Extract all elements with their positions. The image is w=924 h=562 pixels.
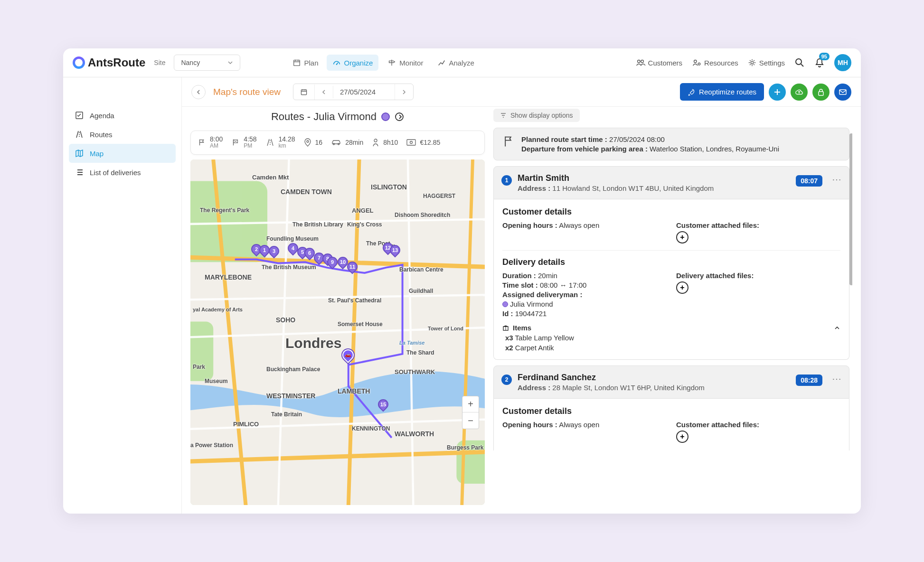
zoom-control: + − — [462, 396, 479, 429]
date-display[interactable]: 27/05/2024 — [333, 84, 395, 100]
site-label: Site — [154, 59, 165, 66]
date-next[interactable] — [395, 86, 413, 98]
stat-cost: €12.85 — [406, 139, 440, 146]
zoom-out[interactable]: − — [462, 412, 479, 429]
right-pane: ✕ Show display options Planned route sta… — [493, 109, 852, 505]
stat-drive: 28min — [331, 139, 363, 146]
topbar: AntsRoute Site Nancy Plan Organize Monit… — [63, 48, 861, 77]
tab-organize[interactable]: Organize — [327, 55, 378, 71]
calendar-icon — [300, 88, 308, 96]
body: Agenda Routes Map List of deliveries Map… — [63, 77, 861, 514]
svg-point-5 — [698, 63, 700, 65]
avatar[interactable]: MH — [834, 54, 851, 71]
svg-point-2 — [637, 60, 640, 63]
add-customer-file[interactable]: + — [676, 231, 688, 244]
sidebar-label: Agenda — [90, 112, 114, 120]
reoptimize-button[interactable]: Reoptimize routes — [680, 83, 764, 101]
search-icon — [794, 57, 805, 68]
stop-menu[interactable]: ⋯ — [832, 177, 841, 182]
link-customers[interactable]: Customers — [636, 59, 683, 67]
calendar-icon — [292, 58, 301, 67]
sidebar-item-map[interactable]: Map — [69, 144, 176, 163]
box-icon — [502, 325, 509, 331]
list-icon — [75, 168, 84, 177]
lock-button[interactable] — [812, 84, 830, 101]
map-city-label: Londres — [285, 335, 341, 351]
search-button[interactable] — [794, 57, 805, 68]
sidebar-label: Routes — [90, 131, 113, 139]
map[interactable]: Londres MARYLEBONE Camden Mkt CAMDEN TOW… — [190, 159, 485, 505]
stop-header[interactable]: 2 Ferdinand Sanchez Address : 28 Maple S… — [493, 365, 849, 399]
person-icon — [372, 138, 379, 147]
route-info-band: Planned route start time : 27/05/2024 08… — [493, 128, 849, 160]
svg-rect-11 — [839, 90, 846, 94]
chevron-left-icon — [321, 90, 326, 94]
tab-monitor[interactable]: Monitor — [381, 55, 429, 71]
flag-start-icon — [198, 138, 206, 147]
person-gear-icon — [692, 59, 701, 66]
money-icon — [406, 139, 416, 146]
add-customer-file[interactable]: + — [676, 431, 688, 443]
chevron-down-icon — [227, 60, 233, 66]
svg-point-14 — [307, 140, 309, 142]
page-title: Map's route view — [213, 87, 281, 97]
svg-point-17 — [410, 141, 413, 144]
route-stats: 8:00AM 4:58PM 14.28km 16 — [190, 131, 485, 155]
svg-rect-0 — [294, 60, 300, 66]
svg-rect-16 — [407, 140, 415, 145]
date-prev[interactable] — [315, 86, 333, 98]
stop-card: 1 Martin Smith Address : 11 Howland St, … — [493, 166, 849, 360]
logo[interactable]: AntsRoute — [73, 56, 145, 69]
route-heading: Routes - Julia Virmond — [190, 109, 485, 126]
gauge-icon — [332, 58, 341, 67]
svg-point-15 — [374, 139, 377, 142]
eta-pill: 08:07 — [796, 175, 822, 187]
link-settings[interactable]: Settings — [748, 58, 785, 67]
link-resources[interactable]: Resources — [692, 59, 738, 67]
svg-point-6 — [751, 61, 753, 64]
nav-tabs: Plan Organize Monitor Analyze — [287, 55, 480, 71]
svg-point-7 — [796, 59, 801, 65]
stop-header[interactable]: 1 Martin Smith Address : 11 Howland St, … — [493, 166, 849, 199]
sidebar-label: List of deliveries — [90, 169, 141, 177]
sidebar-item-routes[interactable]: Routes — [69, 125, 176, 144]
zoom-in[interactable]: + — [462, 396, 479, 412]
road-icon — [75, 130, 84, 139]
add-button[interactable] — [769, 84, 786, 101]
calendar-button[interactable] — [293, 84, 315, 100]
site-value: Nancy — [181, 59, 200, 66]
filter-icon — [500, 112, 507, 119]
plus-icon — [773, 88, 781, 96]
pin-icon — [304, 138, 311, 147]
flag-end-icon — [231, 138, 240, 147]
mail-button[interactable] — [834, 84, 851, 101]
road-icon — [265, 138, 275, 147]
svg-rect-10 — [819, 92, 823, 95]
add-delivery-file[interactable]: + — [676, 281, 688, 294]
stop-body: Customer details Opening hours : Always … — [493, 399, 849, 450]
notifications-button[interactable]: 95 — [814, 57, 825, 68]
back-button[interactable] — [191, 85, 206, 99]
stop-body: Customer details Opening hours : Always … — [493, 199, 849, 360]
chart-icon — [437, 58, 446, 67]
show-display-options[interactable]: Show display options — [493, 109, 580, 122]
svg-point-12 — [396, 113, 403, 121]
cloud-button[interactable] — [791, 84, 808, 101]
target-icon[interactable] — [395, 112, 404, 122]
sidebar-item-agenda[interactable]: Agenda — [69, 106, 176, 125]
car-icon — [331, 139, 341, 146]
stop-card: 2 Ferdinand Sanchez Address : 28 Maple S… — [493, 365, 849, 450]
topbar-right: Customers Resources Settings 95 MH — [636, 54, 851, 71]
sidebar-item-deliveries[interactable]: List of deliveries — [69, 163, 176, 182]
chevron-up-icon — [834, 325, 840, 331]
items-toggle[interactable]: Items — [502, 324, 840, 332]
tab-analyze[interactable]: Analyze — [432, 55, 480, 71]
lock-icon — [818, 88, 824, 96]
tab-plan[interactable]: Plan — [287, 55, 324, 71]
stop-menu[interactable]: ⋯ — [832, 376, 841, 381]
scrollbar[interactable] — [849, 133, 852, 285]
site-select[interactable]: Nancy — [174, 55, 240, 71]
content-row: Routes - Julia Virmond 8:00AM 4:58PM — [182, 107, 861, 514]
customer-name: Ferdinand Sanchez — [518, 373, 705, 383]
stat-work: 8h10 — [372, 138, 398, 147]
